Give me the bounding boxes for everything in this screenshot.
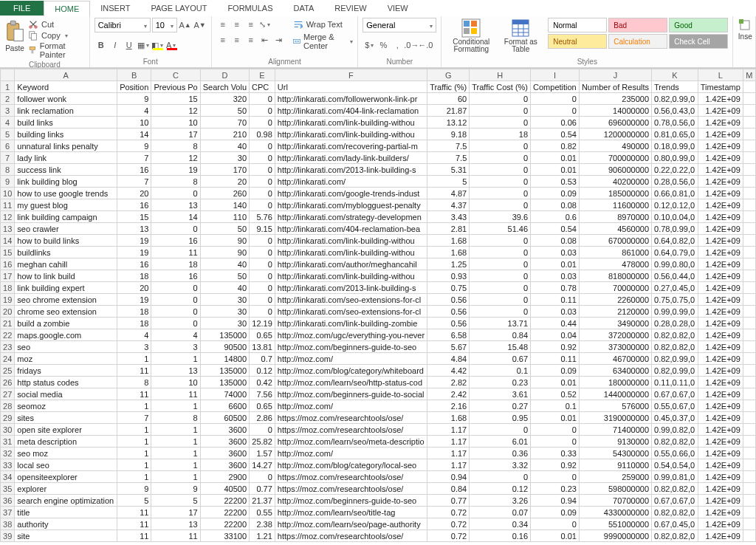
cell[interactable]: 3.26 xyxy=(470,495,531,507)
cell[interactable]: Keyword xyxy=(15,81,117,93)
cell[interactable]: http://linkarati.com/link-building-witho… xyxy=(275,235,427,247)
cell[interactable]: Timestamp xyxy=(698,81,743,93)
cell[interactable]: 14800 xyxy=(200,353,249,365)
cell[interactable]: 0.6 xyxy=(531,211,580,223)
cell[interactable] xyxy=(743,530,755,542)
cell[interactable]: search engine optimization xyxy=(15,495,117,507)
cell[interactable]: 1.42E+09 xyxy=(698,140,743,152)
cell[interactable]: https://moz.com/researchtools/ose/ xyxy=(275,483,427,495)
cell[interactable]: 3.32 xyxy=(470,459,531,471)
cell[interactable]: http://linkarati.com/seo-extensions-for-… xyxy=(275,294,427,306)
row-header[interactable]: 31 xyxy=(1,436,15,448)
row-header[interactable]: 34 xyxy=(1,471,15,483)
cell[interactable]: 9990000000 xyxy=(579,530,651,542)
cell[interactable]: 0 xyxy=(250,140,275,152)
cell[interactable]: 0.12,0.12,0 xyxy=(652,199,698,211)
cell[interactable]: 0.03 xyxy=(531,306,580,318)
format-painter-button[interactable]: Format Painter xyxy=(28,41,85,59)
cell[interactable]: 18 xyxy=(117,270,151,282)
cell[interactable] xyxy=(743,235,755,247)
cell[interactable] xyxy=(743,306,755,318)
cell[interactable]: seo chrome extension xyxy=(15,294,117,306)
cell[interactable]: https://moz.com/researchtools/ose/ xyxy=(275,530,427,542)
cell[interactable]: http status codes xyxy=(15,377,117,388)
cell[interactable]: 1.21 xyxy=(250,530,275,542)
cell[interactable]: 18 xyxy=(151,258,200,270)
cell[interactable]: 0.09 xyxy=(531,188,580,199)
cell[interactable]: 700000000 xyxy=(579,152,651,164)
cell[interactable]: fridays xyxy=(15,365,117,377)
tab-home[interactable]: HOME xyxy=(44,1,90,16)
cell[interactable]: 373000000 xyxy=(579,341,651,353)
row-header[interactable]: 38 xyxy=(1,518,15,530)
cell[interactable]: 135000 xyxy=(200,329,249,341)
cell[interactable]: 1.42E+09 xyxy=(698,459,743,471)
cell[interactable]: 0 xyxy=(531,105,580,117)
cell[interactable]: 1.42E+09 xyxy=(698,164,743,176)
cell[interactable]: http://linkarati.com/link-building-witho… xyxy=(275,247,427,258)
cell[interactable] xyxy=(743,424,755,436)
cell[interactable]: build links xyxy=(15,117,117,128)
cell[interactable]: https://moz.com/researchtools/ose/ xyxy=(275,424,427,436)
cell[interactable]: 0.56 xyxy=(427,294,470,306)
decrease-indent-button[interactable]: ⇤ xyxy=(258,33,272,47)
row-header[interactable]: 24 xyxy=(1,353,15,365)
cell[interactable]: 696000000 xyxy=(579,117,651,128)
cell[interactable]: 8 xyxy=(117,377,151,388)
row-header[interactable]: 17 xyxy=(1,270,15,282)
row-header[interactable]: 20 xyxy=(1,306,15,318)
cell[interactable]: 74000 xyxy=(200,388,249,400)
cell[interactable]: 0.82,0.99,0 xyxy=(652,365,698,377)
cell[interactable] xyxy=(743,448,755,459)
cell[interactable]: 9.15 xyxy=(250,223,275,235)
cell[interactable]: 0.54,0.54,0 xyxy=(652,459,698,471)
cell[interactable]: 0.75,0.75,0 xyxy=(652,294,698,306)
cell[interactable]: 0.28,0.56,0 xyxy=(652,176,698,188)
cell[interactable]: seo xyxy=(15,341,117,353)
cell[interactable]: 51.46 xyxy=(470,223,531,235)
cell[interactable]: 4.84 xyxy=(427,353,470,365)
cell[interactable]: 70000000 xyxy=(579,282,651,294)
cell[interactable]: 0.98 xyxy=(250,128,275,140)
cell[interactable]: 12 xyxy=(151,152,200,164)
cell[interactable]: 0 xyxy=(470,247,531,258)
cell[interactable]: 0 xyxy=(470,471,531,483)
italic-button[interactable]: I xyxy=(109,38,122,52)
tab-insert[interactable]: INSERT xyxy=(90,1,140,16)
cell[interactable]: 0.55,0.67,0 xyxy=(652,400,698,412)
cell[interactable]: 40500 xyxy=(200,483,249,495)
cell[interactable]: 1.42E+09 xyxy=(698,117,743,128)
cell[interactable]: 0.09 xyxy=(531,365,580,377)
cell[interactable]: 0 xyxy=(531,471,580,483)
cell[interactable]: 0 xyxy=(470,424,531,436)
row-header[interactable]: 6 xyxy=(1,140,15,152)
cell[interactable]: 1.42E+09 xyxy=(698,247,743,258)
cell[interactable] xyxy=(743,176,755,188)
cell[interactable]: 20 xyxy=(117,282,151,294)
cell[interactable]: 0.77 xyxy=(427,495,470,507)
cell[interactable]: 2.86 xyxy=(250,412,275,424)
cell[interactable]: 0.53 xyxy=(531,176,580,188)
cell[interactable]: 0 xyxy=(470,235,531,247)
cell[interactable]: 4.42 xyxy=(427,365,470,377)
cell[interactable]: 50 xyxy=(200,270,249,282)
style-calculation[interactable]: Calculation xyxy=(608,34,667,49)
row-header[interactable]: 11 xyxy=(1,199,15,211)
cell[interactable]: 60500 xyxy=(200,412,249,424)
cell[interactable]: 14.27 xyxy=(250,459,275,471)
cell[interactable]: site xyxy=(15,530,117,542)
cell[interactable]: 1 xyxy=(151,353,200,365)
cell[interactable]: 0 xyxy=(470,258,531,270)
cell[interactable]: 0.1 xyxy=(470,365,531,377)
cell[interactable]: local seo xyxy=(15,459,117,471)
cell[interactable]: 235000 xyxy=(579,93,651,105)
cell[interactable]: 1.42E+09 xyxy=(698,448,743,459)
cell[interactable]: 16 xyxy=(117,199,151,211)
cell[interactable]: 0.84 xyxy=(427,483,470,495)
cell[interactable]: 14000000 xyxy=(579,105,651,117)
cell[interactable]: 0.64,0.79,0 xyxy=(652,247,698,258)
cell[interactable]: 9130000 xyxy=(579,436,651,448)
cell[interactable] xyxy=(743,353,755,365)
cell[interactable]: 0.08 xyxy=(531,199,580,211)
cell[interactable]: 2.16 xyxy=(427,400,470,412)
